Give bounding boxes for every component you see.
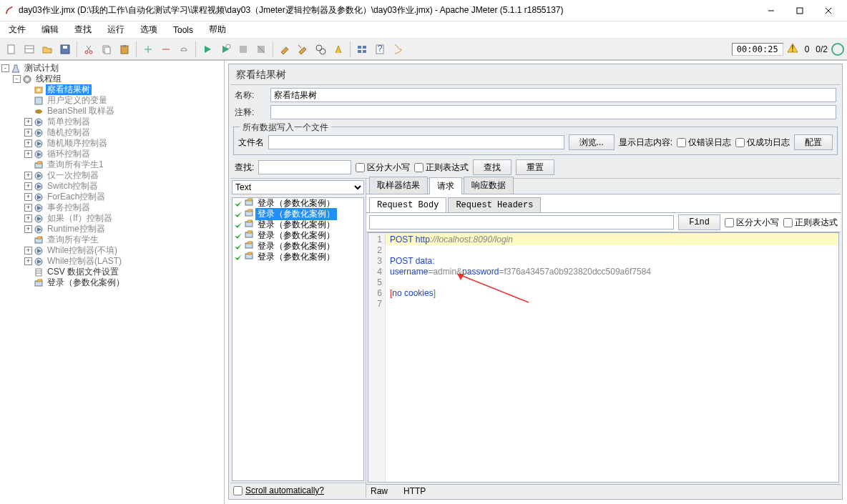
only-errors-checkbox[interactable]: 仅错误日志: [677, 137, 731, 149]
tree-toggle[interactable]: +: [24, 204, 32, 212]
subtab-request-body[interactable]: Request Body: [369, 197, 446, 212]
expand-icon[interactable]: [139, 41, 157, 58]
tree-node[interactable]: 察看结果树: [46, 84, 92, 95]
tree-node[interactable]: 事务控制器: [46, 202, 92, 213]
minimize-button[interactable]: [757, 0, 785, 21]
open-icon[interactable]: [39, 41, 56, 58]
tree-node[interactable]: While控制器(不填): [46, 245, 119, 256]
tree-node[interactable]: 简单控制器: [46, 117, 92, 127]
shutdown-icon[interactable]: [253, 41, 270, 58]
menu-options[interactable]: 选项: [136, 22, 162, 37]
function-helper-icon[interactable]: [353, 41, 371, 58]
result-item[interactable]: 登录（参数化案例）: [232, 198, 363, 209]
find-input[interactable]: [369, 215, 674, 229]
subtab-request-headers[interactable]: Request Headers: [448, 197, 541, 212]
find-case-checkbox[interactable]: 区分大小写: [725, 217, 779, 229]
menu-tools[interactable]: Tools: [169, 24, 197, 36]
tree-node-thread-group[interactable]: 线程组: [34, 74, 63, 84]
menu-search[interactable]: 查找: [70, 22, 96, 37]
tab-sampler-result[interactable]: 取样器结果: [369, 177, 428, 194]
svg-marker-76: [36, 280, 42, 282]
tree-node[interactable]: Switch控制器: [46, 181, 99, 192]
menu-edit[interactable]: 编辑: [37, 22, 63, 37]
comment-input[interactable]: [270, 105, 836, 119]
only-success-checkbox[interactable]: 仅成功日志: [735, 137, 790, 149]
cut-icon[interactable]: [80, 41, 97, 58]
close-button[interactable]: [814, 0, 843, 21]
result-list[interactable]: 登录（参数化案例）登录（参数化案例）登录（参数化案例）登录（参数化案例）登录（参…: [232, 197, 364, 481]
menu-run[interactable]: 运行: [103, 22, 129, 37]
tree-node[interactable]: 查询所有学生1: [46, 159, 105, 170]
tab-request[interactable]: 请求: [429, 177, 462, 194]
start-notimers-icon[interactable]: [217, 41, 234, 58]
tree-node[interactable]: CSV 数据文件设置: [46, 267, 120, 277]
result-item[interactable]: 登录（参数化案例）: [232, 219, 363, 230]
search-button[interactable]: 查找: [473, 159, 511, 175]
tree-node[interactable]: 循环控制器: [46, 149, 92, 159]
heap-icon[interactable]: [389, 41, 406, 58]
tree-toggle[interactable]: -: [13, 75, 21, 83]
result-item[interactable]: 登录（参数化案例）: [232, 252, 363, 262]
menu-help[interactable]: 帮助: [205, 22, 230, 37]
tree-node[interactable]: BeanShell 取样器: [46, 106, 116, 117]
save-icon[interactable]: [57, 41, 74, 58]
clear-all-icon[interactable]: [294, 41, 311, 58]
tree-node[interactable]: 用户定义的变量: [46, 95, 109, 106]
result-item[interactable]: 登录（参数化案例）: [232, 209, 363, 219]
result-item[interactable]: 登录（参数化案例）: [232, 230, 363, 241]
tree-toggle[interactable]: +: [24, 129, 32, 137]
find-button[interactable]: Find: [678, 214, 720, 230]
tree-toggle[interactable]: +: [24, 182, 32, 190]
reset-search-icon[interactable]: [330, 41, 347, 58]
tree-toggle[interactable]: -: [1, 64, 9, 72]
tree-toggle[interactable]: +: [24, 257, 32, 265]
tree-toggle[interactable]: +: [24, 150, 32, 158]
paste-icon[interactable]: [116, 41, 133, 58]
search-icon[interactable]: [312, 41, 329, 58]
templates-icon[interactable]: [21, 41, 38, 58]
filename-input[interactable]: [268, 135, 564, 149]
help-icon[interactable]: ?: [371, 41, 388, 58]
tree-node[interactable]: 随机控制器: [46, 127, 92, 138]
menu-file[interactable]: 文件: [4, 22, 30, 37]
maximize-button[interactable]: [785, 0, 814, 21]
tree-node[interactable]: 随机顺序控制器: [46, 138, 109, 149]
warning-icon[interactable]: !: [787, 42, 798, 56]
name-input[interactable]: [270, 88, 836, 102]
auto-scroll-checkbox[interactable]: Scroll automatically?: [230, 483, 366, 498]
reset-button[interactable]: 重置: [516, 159, 554, 175]
result-item[interactable]: 登录（参数化案例）: [232, 241, 363, 252]
tab-response[interactable]: 响应数据: [464, 177, 514, 194]
tree-node[interactable]: 查询所有学生: [46, 234, 100, 245]
tree-toggle[interactable]: +: [24, 225, 32, 233]
tree-toggle[interactable]: +: [24, 247, 32, 255]
collapse-icon[interactable]: [157, 41, 175, 58]
tree-node[interactable]: While控制器(LAST): [46, 256, 123, 267]
test-plan-tree[interactable]: - 测试计划 - 线程组 察看结果树用户定义的变量BeanShell 取样器+简…: [0, 61, 225, 504]
request-body-view[interactable]: 1234567 POST http://localhost:8090/login…: [368, 232, 839, 483]
tree-toggle[interactable]: +: [24, 139, 32, 147]
tree-search-input[interactable]: [258, 160, 351, 174]
tree-toggle[interactable]: +: [24, 172, 32, 179]
toggle-icon[interactable]: [175, 41, 192, 58]
browse-button[interactable]: 浏览...: [569, 134, 615, 150]
tree-node-test-plan[interactable]: 测试计划: [23, 63, 60, 74]
find-regex-checkbox[interactable]: 正则表达式: [783, 217, 838, 229]
tree-node[interactable]: ForEach控制器: [46, 192, 107, 202]
tree-toggle[interactable]: +: [24, 118, 32, 126]
tree-node[interactable]: 登录（参数化案例）: [46, 277, 126, 288]
regex-checkbox[interactable]: 正则表达式: [414, 162, 469, 174]
clear-icon[interactable]: [276, 41, 293, 58]
tree-toggle[interactable]: +: [24, 193, 32, 201]
stop-icon[interactable]: [235, 41, 252, 58]
tree-node[interactable]: 仅一次控制器: [46, 170, 100, 181]
configure-button[interactable]: 配置: [794, 134, 833, 150]
tree-toggle[interactable]: +: [24, 214, 32, 222]
copy-icon[interactable]: [98, 41, 115, 58]
tree-node[interactable]: 如果（If）控制器: [46, 213, 114, 224]
case-sensitive-checkbox[interactable]: 区分大小写: [356, 162, 410, 174]
new-icon[interactable]: [3, 41, 20, 58]
tree-node[interactable]: Runtime控制器: [46, 224, 107, 234]
start-icon[interactable]: [199, 41, 216, 58]
render-selector[interactable]: Text: [232, 180, 364, 194]
